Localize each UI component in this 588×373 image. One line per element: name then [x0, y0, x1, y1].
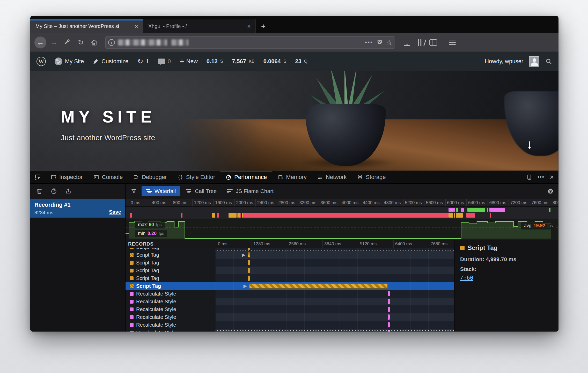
records-column-tick: 7680 ms — [429, 240, 447, 248]
downloads-icon[interactable]: ↓ — [401, 38, 413, 47]
overview-marker — [229, 213, 237, 218]
site-info-icon[interactable]: i — [108, 39, 115, 46]
record-label: Script Tag — [126, 274, 216, 282]
view-tab-js-flame-chart[interactable]: JS Flame Chart — [223, 186, 278, 196]
devtools-tab-inspector[interactable]: Inspector — [45, 171, 88, 183]
save-recording-link[interactable]: Save — [109, 209, 121, 215]
ruler-tick: 7200 ms — [509, 199, 527, 206]
recording-duration: 8234 ms — [34, 210, 121, 216]
recording-title: Recording #1 — [34, 202, 121, 208]
pocket-icon[interactable] — [376, 39, 383, 46]
forward-button[interactable]: → — [48, 37, 60, 48]
wordpress-logo-icon[interactable]: W — [36, 57, 46, 66]
browser-window: My Site – Just another WordPress si × Xh… — [30, 16, 558, 332]
ruler-tick: 2000 ms — [234, 199, 253, 206]
waterfall-bar — [388, 314, 390, 320]
wp-updates-button[interactable]: ↻ 1 — [137, 58, 149, 65]
view-tab-waterfall[interactable]: Waterfall — [142, 186, 180, 196]
fps-max-label: max60fps — [135, 221, 165, 228]
tab-my-site[interactable]: My Site – Just another WordPress si × — [30, 19, 143, 33]
devtools-meatball-menu-icon[interactable]: ••• — [538, 174, 545, 180]
wp-stat-memory[interactable]: 7,567KB — [232, 58, 255, 65]
devtools-tab-network[interactable]: Network — [312, 171, 352, 183]
recalculate-style-marker-icon — [130, 300, 134, 304]
tab-close-icon[interactable]: × — [246, 23, 252, 30]
overview-marker — [237, 213, 238, 218]
wp-stat-page-time[interactable]: 0.12S — [207, 58, 223, 65]
filter-icon[interactable] — [128, 186, 139, 196]
waterfall-toolbar: Waterfall Call Tree JS Flame Chart — [126, 184, 558, 199]
avatar[interactable] — [529, 56, 539, 67]
wp-howdy-label[interactable]: Howdy, wpuser — [485, 58, 523, 65]
record-timeline — [216, 298, 454, 305]
new-tab-button[interactable]: + — [255, 19, 271, 33]
expand-arrow-icon[interactable]: ▶ — [244, 283, 247, 289]
sidebar-toggle-icon[interactable] — [429, 39, 437, 46]
records-column-tick: 3840 ms — [322, 240, 341, 248]
devtools-tab-console[interactable]: Console — [88, 171, 128, 183]
url-bar[interactable]: i ••• ☆ — [105, 36, 395, 49]
ruler-tick: 7600 ms — [530, 199, 548, 206]
marker-detail-panel: Script Tag Duration: 4,999.70 ms Stack: … — [454, 240, 558, 332]
ruler-tick: 6400 ms — [466, 199, 485, 206]
ruler-tick: 8000 ms — [551, 199, 558, 206]
devtools-tab-debugger[interactable]: Debugger — [128, 171, 172, 183]
wp-stat-query-count[interactable]: 23Q — [295, 58, 307, 65]
expand-arrow-icon[interactable]: ▶ — [242, 252, 246, 258]
library-icon[interactable] — [415, 39, 427, 46]
site-tagline: Just another WordPress site — [61, 134, 156, 142]
record-label-text: Recalculate Style — [136, 306, 176, 312]
gear-icon[interactable] — [547, 188, 556, 195]
fps-line-chart — [126, 219, 558, 240]
devtools-close-icon[interactable]: × — [550, 173, 554, 181]
responsive-design-icon[interactable] — [526, 174, 532, 180]
reload-button[interactable]: ↻ — [75, 37, 87, 48]
waterfall-overview[interactable] — [126, 207, 558, 219]
record-performance-icon[interactable] — [50, 188, 57, 195]
wp-comments-button[interactable]: 0 — [158, 58, 171, 65]
home-button[interactable] — [88, 37, 100, 48]
fps-avg-label: avg19.92fps — [521, 222, 556, 229]
ruler-tick: 1200 ms — [192, 199, 211, 206]
import-recording-icon[interactable] — [65, 188, 72, 195]
recording-item[interactable]: Recording #1 8234 ms Save — [30, 199, 125, 218]
devtools-tab-storage[interactable]: Storage — [352, 171, 391, 183]
overview-marker — [489, 208, 505, 212]
node-picker-icon[interactable] — [30, 171, 45, 183]
selection-dotted-line-top — [216, 250, 454, 251]
framerate-graph[interactable]: max60fps min0.20fps avg19.92fps — [126, 219, 558, 240]
devtools-tabbar: Inspector Console Debugger Style Editor … — [30, 171, 558, 184]
waterfall-bar — [249, 283, 388, 289]
page-actions-icon[interactable]: ••• — [365, 39, 373, 46]
tab-xhgui[interactable]: Xhgui - Profile - / × — [143, 19, 255, 33]
back-button[interactable]: ← — [34, 37, 46, 48]
wp-stat-query-time[interactable]: 0.0064S — [263, 58, 286, 65]
record-label-text: Recalculate Style — [136, 322, 176, 328]
record-label: Recalculate Style — [126, 298, 216, 305]
wp-customize-button[interactable]: Customize — [93, 58, 128, 65]
overview-marker — [130, 213, 132, 218]
bookmark-star-icon[interactable]: ☆ — [386, 38, 392, 47]
devtools-tab-style-editor[interactable]: Style Editor — [172, 171, 220, 183]
record-label: Recalculate Style — [126, 313, 216, 321]
wrench-icon[interactable] — [61, 37, 73, 48]
scroll-down-arrow[interactable]: ↓ — [526, 137, 533, 151]
record-label-text: Script Tag — [136, 248, 159, 250]
recalculate-style-marker-icon — [130, 307, 134, 311]
menu-hamburger-icon[interactable] — [447, 40, 458, 45]
wp-new-button[interactable]: + New — [180, 58, 198, 65]
search-icon[interactable] — [545, 58, 552, 65]
overview-marker — [466, 213, 475, 218]
devtools-tab-performance[interactable]: Performance — [220, 171, 272, 183]
view-tab-call-tree[interactable]: Call Tree — [182, 186, 221, 196]
wp-my-site-menu[interactable]: My Site — [55, 58, 84, 65]
ruler-tick: 800 ms — [171, 199, 187, 206]
tab-close-icon[interactable]: × — [134, 23, 139, 30]
waterfall-bar — [248, 276, 250, 281]
clear-recordings-icon[interactable] — [36, 188, 43, 195]
stack-frame-link[interactable]: /:60 — [460, 275, 473, 281]
recalculate-style-marker-icon — [130, 323, 134, 327]
devtools-panel: Inspector Console Debugger Style Editor … — [30, 171, 558, 332]
waterfall-bar — [248, 252, 250, 257]
devtools-tab-memory[interactable]: Memory — [272, 171, 312, 183]
